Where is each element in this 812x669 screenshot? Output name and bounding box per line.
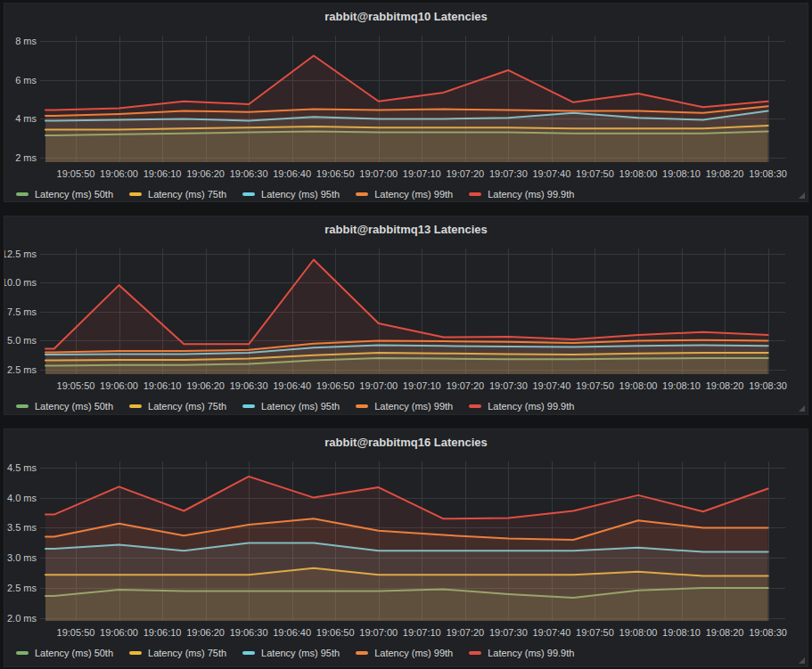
latency-graph: 2.5 ms5.0 ms7.5 ms10.0 ms12.5 ms19:05:50… [4, 216, 809, 416]
y-tick-label: 2 ms [15, 152, 37, 163]
x-tick-label: 19:06:50 [316, 380, 355, 391]
x-tick-label: 19:07:30 [489, 380, 528, 391]
legend-item-95th[interactable]: Latency (ms) 95th [242, 189, 340, 200]
x-tick-label: 19:07:30 [489, 168, 528, 179]
x-tick-label: 19:07:00 [359, 627, 398, 638]
legend-item-75th[interactable]: Latency (ms) 75th [129, 648, 226, 658]
x-tick-label: 19:05:50 [57, 380, 95, 391]
legend-swatch [129, 651, 142, 655]
legend-item-99th[interactable]: Latency (ms) 99th [356, 401, 453, 412]
x-tick-label: 19:06:30 [230, 380, 268, 391]
legend-item-99th[interactable]: Latency (ms) 99th [356, 648, 453, 658]
panel-title[interactable]: rabbit@rabbitmq13 Latencies [4, 223, 808, 236]
legend-item-50th[interactable]: Latency (ms) 50th [16, 648, 113, 658]
legend-label: Latency (ms) 95th [261, 401, 340, 412]
legend-label: Latency (ms) 99th [374, 401, 453, 412]
x-tick-label: 19:07:20 [446, 168, 484, 179]
x-tick-label: 19:08:30 [749, 627, 787, 638]
panel-resize-handle[interactable] [799, 405, 805, 412]
x-tick-label: 19:08:00 [619, 380, 658, 391]
legend-swatch [356, 651, 368, 655]
latency-graph: 2.0 ms2.5 ms3.0 ms3.5 ms4.0 ms4.5 ms19:0… [4, 429, 809, 668]
y-tick-label: 4.0 ms [7, 493, 37, 503]
legend-swatch [129, 192, 142, 196]
graph-legend: Latency (ms) 50thLatency (ms) 75thLatenc… [16, 647, 574, 659]
x-tick-label: 19:06:00 [100, 380, 138, 391]
x-tick-label: 19:08:30 [749, 168, 787, 179]
x-tick-label: 19:06:20 [186, 627, 225, 638]
x-tick-label: 19:06:10 [144, 627, 182, 638]
x-tick-label: 19:07:00 [359, 380, 398, 391]
legend-swatch [242, 651, 255, 655]
panel-title[interactable]: rabbit@rabbitmq16 Latencies [4, 436, 808, 449]
legend-item-99.9th[interactable]: Latency (ms) 99.9th [469, 189, 574, 200]
legend-item-99.9th[interactable]: Latency (ms) 99.9th [469, 648, 574, 658]
x-tick-label: 19:08:20 [706, 380, 744, 391]
y-tick-label: 2.5 ms [7, 583, 37, 593]
legend-swatch [356, 404, 368, 408]
y-tick-label: 3.5 ms [7, 522, 37, 533]
legend-label: Latency (ms) 50th [35, 648, 113, 658]
x-tick-label: 19:06:20 [186, 168, 225, 179]
x-tick-label: 19:07:30 [489, 627, 528, 638]
graph-area[interactable]: 2.0 ms2.5 ms3.0 ms3.5 ms4.0 ms4.5 ms19:0… [4, 429, 808, 666]
legend-item-99th[interactable]: Latency (ms) 99th [356, 189, 453, 200]
y-tick-label: 6 ms [15, 75, 37, 86]
legend-label: Latency (ms) 50th [35, 189, 113, 200]
x-tick-label: 19:06:50 [316, 168, 355, 179]
graph-area[interactable]: 2 ms4 ms6 ms8 ms19:05:5019:06:0019:06:10… [4, 4, 808, 201]
x-tick-label: 19:08:10 [662, 627, 701, 638]
y-tick-label: 5.0 ms [7, 335, 37, 346]
x-tick-label: 19:05:50 [57, 168, 95, 179]
x-tick-label: 19:07:10 [403, 168, 441, 179]
legend-item-95th[interactable]: Latency (ms) 95th [242, 648, 340, 658]
x-tick-label: 19:08:20 [706, 168, 744, 179]
legend-swatch [16, 192, 29, 196]
legend-label: Latency (ms) 95th [261, 648, 340, 658]
legend-item-99.9th[interactable]: Latency (ms) 99.9th [469, 401, 574, 412]
latency-graph: 2 ms4 ms6 ms8 ms19:05:5019:06:0019:06:10… [4, 4, 809, 203]
panel-resize-handle[interactable] [799, 192, 805, 199]
graph-area[interactable]: 2.5 ms5.0 ms7.5 ms10.0 ms12.5 ms19:05:50… [4, 216, 808, 414]
legend-item-50th[interactable]: Latency (ms) 50th [16, 401, 113, 412]
x-tick-label: 19:07:20 [446, 380, 484, 391]
y-tick-label: 12.5 ms [4, 249, 37, 259]
y-axis-labels: 2.5 ms5.0 ms7.5 ms10.0 ms12.5 ms [4, 249, 37, 375]
legend-item-75th[interactable]: Latency (ms) 75th [129, 401, 226, 412]
panel-title[interactable]: rabbit@rabbitmq10 Latencies [4, 10, 808, 23]
x-tick-label: 19:08:00 [619, 627, 658, 638]
legend-item-95th[interactable]: Latency (ms) 95th [242, 401, 340, 412]
x-axis-labels: 19:05:5019:06:0019:06:1019:06:2019:06:30… [57, 627, 787, 638]
x-tick-label: 19:06:40 [273, 380, 311, 391]
x-tick-label: 19:08:10 [662, 380, 701, 391]
legend-label: Latency (ms) 99.9th [488, 401, 574, 412]
x-axis-labels: 19:05:5019:06:0019:06:1019:06:2019:06:30… [57, 168, 787, 179]
panel-rabbitmq10-latencies: rabbit@rabbitmq10 Latencies 2 ms4 ms6 ms… [4, 3, 808, 202]
x-tick-label: 19:08:10 [662, 168, 701, 179]
legend-label: Latency (ms) 99th [374, 189, 453, 200]
x-tick-label: 19:08:00 [619, 168, 658, 179]
legend-swatch [469, 192, 481, 196]
x-axis-labels: 19:05:5019:06:0019:06:1019:06:2019:06:30… [57, 380, 787, 391]
legend-swatch [16, 404, 29, 408]
legend-item-75th[interactable]: Latency (ms) 75th [129, 189, 226, 200]
graph-legend: Latency (ms) 50thLatency (ms) 75thLatenc… [16, 188, 574, 200]
panel-resize-handle[interactable] [799, 657, 805, 664]
legend-swatch [242, 192, 255, 196]
y-tick-label: 2.0 ms [7, 613, 37, 624]
y-axis-labels: 2.0 ms2.5 ms3.0 ms3.5 ms4.0 ms4.5 ms [7, 462, 37, 624]
legend-swatch [469, 651, 481, 655]
x-tick-label: 19:06:30 [230, 627, 268, 638]
x-tick-label: 19:07:40 [532, 627, 570, 638]
legend-item-50th[interactable]: Latency (ms) 50th [16, 189, 113, 200]
legend-swatch [242, 404, 255, 408]
y-tick-label: 10.0 ms [4, 277, 37, 288]
legend-swatch [129, 404, 142, 408]
x-tick-label: 19:07:40 [532, 380, 570, 391]
grafana-dashboard: { "theme": { "page_background": "#131416… [0, 0, 812, 669]
x-tick-label: 19:06:10 [144, 168, 182, 179]
x-tick-label: 19:07:40 [532, 168, 570, 179]
x-tick-label: 19:07:00 [359, 168, 398, 179]
y-tick-label: 2.5 ms [7, 364, 37, 375]
x-tick-label: 19:08:30 [749, 380, 787, 391]
